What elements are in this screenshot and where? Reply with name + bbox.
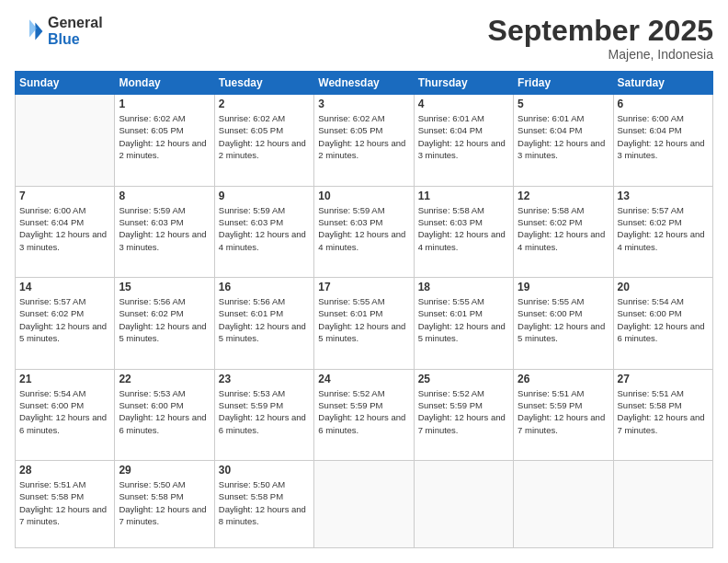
header-friday: Friday xyxy=(514,72,613,95)
sunrise-label: Sunrise: 5:56 AM xyxy=(219,296,285,306)
daylight-label: Daylight: 12 hours and 7 minutes. xyxy=(618,412,705,434)
day-number: 7 xyxy=(19,190,110,202)
day-number: 30 xyxy=(219,464,310,477)
day-number: 29 xyxy=(119,464,210,477)
sunrise-label: Sunrise: 5:55 AM xyxy=(518,296,584,306)
daylight-label: Daylight: 12 hours and 8 minutes. xyxy=(219,504,306,526)
header-sunday: Sunday xyxy=(16,72,115,95)
sunset-label: Sunset: 6:03 PM xyxy=(219,217,283,227)
day-info: Sunrise: 5:53 AMSunset: 5:59 PMDaylight:… xyxy=(219,387,310,436)
table-row: 21Sunrise: 5:54 AMSunset: 6:00 PMDayligh… xyxy=(16,369,115,461)
table-row: 20Sunrise: 5:54 AMSunset: 6:00 PMDayligh… xyxy=(613,278,712,370)
sunset-label: Sunset: 5:58 PM xyxy=(19,491,84,501)
daylight-label: Daylight: 12 hours and 3 minutes. xyxy=(518,138,605,160)
day-number: 13 xyxy=(618,190,709,202)
day-number: 12 xyxy=(518,190,609,202)
sunset-label: Sunset: 6:03 PM xyxy=(318,217,382,227)
day-info: Sunrise: 5:55 AMSunset: 6:01 PMDaylight:… xyxy=(418,295,509,344)
daylight-label: Daylight: 12 hours and 6 minutes. xyxy=(19,412,107,434)
day-number: 20 xyxy=(618,281,709,293)
day-info: Sunrise: 5:52 AMSunset: 5:59 PMDaylight:… xyxy=(418,387,509,436)
daylight-label: Daylight: 12 hours and 4 minutes. xyxy=(618,229,705,251)
table-row: 30Sunrise: 5:50 AMSunset: 5:58 PMDayligh… xyxy=(214,461,313,548)
logo-blue-text: Blue xyxy=(48,31,103,48)
table-row: 17Sunrise: 5:55 AMSunset: 6:01 PMDayligh… xyxy=(314,278,414,370)
sunrise-label: Sunrise: 6:02 AM xyxy=(318,113,384,123)
sunrise-label: Sunrise: 5:50 AM xyxy=(219,479,285,489)
sunset-label: Sunset: 6:04 PM xyxy=(518,125,582,135)
sunset-label: Sunset: 6:04 PM xyxy=(618,125,682,135)
day-info: Sunrise: 5:57 AMSunset: 6:02 PMDaylight:… xyxy=(19,295,110,344)
table-row: 19Sunrise: 5:55 AMSunset: 6:00 PMDayligh… xyxy=(514,278,613,370)
day-number: 24 xyxy=(318,373,409,385)
sunrise-label: Sunrise: 6:00 AM xyxy=(618,113,684,123)
day-info: Sunrise: 5:59 AMSunset: 6:03 PMDaylight:… xyxy=(318,204,409,253)
sunset-label: Sunset: 5:58 PM xyxy=(219,491,283,501)
day-info: Sunrise: 5:54 AMSunset: 6:00 PMDaylight:… xyxy=(19,387,110,436)
table-row: 18Sunrise: 5:55 AMSunset: 6:01 PMDayligh… xyxy=(414,278,513,370)
sunset-label: Sunset: 6:02 PM xyxy=(618,217,682,227)
table-row: 15Sunrise: 5:56 AMSunset: 6:02 PMDayligh… xyxy=(115,278,214,370)
daylight-label: Daylight: 12 hours and 7 minutes. xyxy=(418,412,506,434)
daylight-label: Daylight: 12 hours and 4 minutes. xyxy=(219,229,306,251)
sunrise-label: Sunrise: 5:59 AM xyxy=(318,205,384,215)
table-row: 3Sunrise: 6:02 AMSunset: 6:05 PMDaylight… xyxy=(314,95,414,187)
table-row: 28Sunrise: 5:51 AMSunset: 5:58 PMDayligh… xyxy=(16,461,115,548)
logo-general-text: General xyxy=(48,15,103,31)
sunrise-label: Sunrise: 6:01 AM xyxy=(518,113,584,123)
day-info: Sunrise: 6:00 AMSunset: 6:04 PMDaylight:… xyxy=(618,112,709,161)
day-info: Sunrise: 5:58 AMSunset: 6:03 PMDaylight:… xyxy=(418,204,509,253)
sunrise-label: Sunrise: 6:01 AM xyxy=(418,113,484,123)
sunset-label: Sunset: 6:01 PM xyxy=(318,308,382,318)
table-row: 23Sunrise: 5:53 AMSunset: 5:59 PMDayligh… xyxy=(214,369,313,461)
day-number: 16 xyxy=(219,281,310,293)
table-row: 16Sunrise: 5:56 AMSunset: 6:01 PMDayligh… xyxy=(214,278,313,370)
day-number: 10 xyxy=(318,190,409,202)
sunset-label: Sunset: 6:05 PM xyxy=(119,125,183,135)
daylight-label: Daylight: 12 hours and 3 minutes. xyxy=(618,138,705,160)
table-row: 4Sunrise: 6:01 AMSunset: 6:04 PMDaylight… xyxy=(414,95,513,187)
table-row: 7Sunrise: 6:00 AMSunset: 6:04 PMDaylight… xyxy=(16,186,115,278)
daylight-label: Daylight: 12 hours and 3 minutes. xyxy=(418,138,506,160)
daylight-label: Daylight: 12 hours and 2 minutes. xyxy=(219,138,306,160)
daylight-label: Daylight: 12 hours and 2 minutes. xyxy=(318,138,405,160)
sunset-label: Sunset: 5:59 PM xyxy=(518,400,582,410)
day-number: 14 xyxy=(19,281,110,293)
daylight-label: Daylight: 12 hours and 6 minutes. xyxy=(119,412,206,434)
table-row xyxy=(16,95,115,187)
day-info: Sunrise: 5:50 AMSunset: 5:58 PMDaylight:… xyxy=(119,478,210,527)
day-info: Sunrise: 5:51 AMSunset: 5:58 PMDaylight:… xyxy=(19,478,110,527)
day-number: 27 xyxy=(618,373,709,385)
sunrise-label: Sunrise: 5:57 AM xyxy=(19,296,85,306)
day-number: 11 xyxy=(418,190,509,202)
table-row xyxy=(514,461,613,548)
day-number: 2 xyxy=(219,98,310,110)
sunrise-label: Sunrise: 5:57 AM xyxy=(618,205,684,215)
day-number: 1 xyxy=(119,98,210,110)
sunrise-label: Sunrise: 5:56 AM xyxy=(119,296,185,306)
sunset-label: Sunset: 6:03 PM xyxy=(119,217,183,227)
sunrise-label: Sunrise: 5:58 AM xyxy=(518,205,584,215)
table-row: 25Sunrise: 5:52 AMSunset: 5:59 PMDayligh… xyxy=(414,369,513,461)
table-row: 10Sunrise: 5:59 AMSunset: 6:03 PMDayligh… xyxy=(314,186,414,278)
svg-marker-0 xyxy=(35,22,42,40)
calendar-week-row: 21Sunrise: 5:54 AMSunset: 6:00 PMDayligh… xyxy=(16,369,713,461)
day-info: Sunrise: 6:00 AMSunset: 6:04 PMDaylight:… xyxy=(19,204,110,253)
sunset-label: Sunset: 6:02 PM xyxy=(19,308,84,318)
sunset-label: Sunset: 5:59 PM xyxy=(318,400,382,410)
table-row xyxy=(414,461,513,548)
day-number: 9 xyxy=(219,190,310,202)
table-row: 13Sunrise: 5:57 AMSunset: 6:02 PMDayligh… xyxy=(613,186,712,278)
daylight-label: Daylight: 12 hours and 5 minutes. xyxy=(219,321,306,343)
calendar-week-row: 14Sunrise: 5:57 AMSunset: 6:02 PMDayligh… xyxy=(16,278,713,370)
sunrise-label: Sunrise: 5:58 AM xyxy=(418,205,484,215)
day-info: Sunrise: 6:01 AMSunset: 6:04 PMDaylight:… xyxy=(418,112,509,161)
day-info: Sunrise: 5:52 AMSunset: 5:59 PMDaylight:… xyxy=(318,387,409,436)
header-monday: Monday xyxy=(115,72,214,95)
table-row: 9Sunrise: 5:59 AMSunset: 6:03 PMDaylight… xyxy=(214,186,313,278)
day-info: Sunrise: 5:51 AMSunset: 5:59 PMDaylight:… xyxy=(518,387,609,436)
table-row xyxy=(314,461,414,548)
table-row: 8Sunrise: 5:59 AMSunset: 6:03 PMDaylight… xyxy=(115,186,214,278)
day-info: Sunrise: 5:58 AMSunset: 6:02 PMDaylight:… xyxy=(518,204,609,253)
daylight-label: Daylight: 12 hours and 3 minutes. xyxy=(19,229,107,251)
